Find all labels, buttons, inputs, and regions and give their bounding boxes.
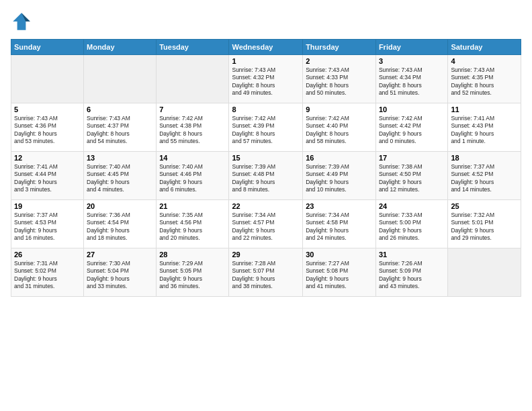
day-number: 3	[379, 57, 445, 65]
day-number: 23	[306, 202, 373, 210]
day-number: 8	[232, 105, 300, 113]
day-number: 14	[159, 154, 226, 162]
day-number: 29	[232, 250, 300, 259]
day-content: Sunrise: 7:40 AM Sunset: 4:46 PM Dayligh…	[159, 163, 226, 194]
day-number: 22	[232, 202, 300, 210]
calendar-cell: 12Sunrise: 7:41 AM Sunset: 4:44 PM Dayli…	[11, 152, 84, 200]
day-number: 30	[306, 250, 373, 259]
calendar-table: SundayMondayTuesdayWednesdayThursdayFrid…	[11, 39, 521, 297]
day-content: Sunrise: 7:43 AM Sunset: 4:34 PM Dayligh…	[379, 66, 445, 97]
page: SundayMondayTuesdayWednesdayThursdayFrid…	[0, 0, 532, 411]
calendar-cell: 15Sunrise: 7:39 AM Sunset: 4:48 PM Dayli…	[229, 152, 303, 200]
weekday-header: Sunday	[11, 40, 84, 55]
day-content: Sunrise: 7:42 AM Sunset: 4:40 PM Dayligh…	[306, 115, 373, 146]
logo	[11, 11, 35, 32]
weekday-header: Wednesday	[229, 40, 303, 55]
calendar-cell: 11Sunrise: 7:41 AM Sunset: 4:43 PM Dayli…	[448, 103, 521, 152]
day-content: Sunrise: 7:39 AM Sunset: 4:49 PM Dayligh…	[306, 163, 373, 194]
day-number: 16	[306, 154, 373, 162]
calendar-cell: 8Sunrise: 7:42 AM Sunset: 4:39 PM Daylig…	[229, 103, 303, 152]
day-content: Sunrise: 7:42 AM Sunset: 4:42 PM Dayligh…	[379, 115, 445, 146]
calendar-cell: 22Sunrise: 7:34 AM Sunset: 4:57 PM Dayli…	[229, 200, 303, 248]
day-content: Sunrise: 7:43 AM Sunset: 4:32 PM Dayligh…	[232, 66, 300, 97]
day-content: Sunrise: 7:33 AM Sunset: 5:00 PM Dayligh…	[379, 212, 445, 242]
day-number: 7	[159, 105, 226, 113]
calendar-cell: 26Sunrise: 7:31 AM Sunset: 5:02 PM Dayli…	[11, 248, 84, 297]
day-number: 12	[14, 154, 81, 162]
calendar-cell	[157, 55, 229, 103]
calendar-cell: 10Sunrise: 7:42 AM Sunset: 4:42 PM Dayli…	[375, 103, 447, 152]
calendar-cell	[448, 248, 521, 297]
calendar-cell: 31Sunrise: 7:26 AM Sunset: 5:09 PM Dayli…	[375, 248, 447, 297]
weekday-header: Thursday	[303, 40, 376, 55]
calendar-cell: 29Sunrise: 7:28 AM Sunset: 5:07 PM Dayli…	[229, 248, 303, 297]
day-content: Sunrise: 7:34 AM Sunset: 4:58 PM Dayligh…	[306, 212, 373, 242]
calendar-cell	[84, 55, 157, 103]
day-content: Sunrise: 7:41 AM Sunset: 4:44 PM Dayligh…	[14, 163, 81, 194]
day-number: 24	[379, 202, 445, 210]
weekday-header: Tuesday	[157, 40, 229, 55]
day-content: Sunrise: 7:36 AM Sunset: 4:54 PM Dayligh…	[87, 212, 153, 242]
calendar-cell	[11, 55, 84, 103]
day-content: Sunrise: 7:43 AM Sunset: 4:35 PM Dayligh…	[451, 66, 518, 97]
calendar-cell: 6Sunrise: 7:43 AM Sunset: 4:37 PM Daylig…	[84, 103, 157, 152]
calendar-week-row: 26Sunrise: 7:31 AM Sunset: 5:02 PM Dayli…	[11, 248, 521, 297]
day-number: 1	[232, 57, 300, 65]
day-content: Sunrise: 7:30 AM Sunset: 5:04 PM Dayligh…	[87, 260, 153, 291]
day-content: Sunrise: 7:39 AM Sunset: 4:48 PM Dayligh…	[232, 163, 300, 194]
day-content: Sunrise: 7:43 AM Sunset: 4:37 PM Dayligh…	[87, 115, 153, 146]
calendar-cell: 18Sunrise: 7:37 AM Sunset: 4:52 PM Dayli…	[448, 152, 521, 200]
weekday-header-row: SundayMondayTuesdayWednesdayThursdayFrid…	[11, 40, 521, 55]
day-content: Sunrise: 7:34 AM Sunset: 4:57 PM Dayligh…	[232, 212, 300, 242]
day-number: 15	[232, 154, 300, 162]
day-number: 13	[87, 154, 153, 162]
day-number: 28	[159, 250, 226, 259]
calendar-week-row: 12Sunrise: 7:41 AM Sunset: 4:44 PM Dayli…	[11, 152, 521, 200]
calendar-cell: 30Sunrise: 7:27 AM Sunset: 5:08 PM Dayli…	[303, 248, 376, 297]
header	[11, 11, 521, 32]
logo-icon	[11, 11, 32, 32]
calendar-cell: 16Sunrise: 7:39 AM Sunset: 4:49 PM Dayli…	[303, 152, 376, 200]
calendar-cell: 23Sunrise: 7:34 AM Sunset: 4:58 PM Dayli…	[303, 200, 376, 248]
day-content: Sunrise: 7:43 AM Sunset: 4:33 PM Dayligh…	[306, 66, 373, 97]
calendar-week-row: 1Sunrise: 7:43 AM Sunset: 4:32 PM Daylig…	[11, 55, 521, 103]
day-number: 27	[87, 250, 153, 259]
day-number: 4	[451, 57, 518, 65]
calendar-cell: 24Sunrise: 7:33 AM Sunset: 5:00 PM Dayli…	[375, 200, 447, 248]
day-content: Sunrise: 7:41 AM Sunset: 4:43 PM Dayligh…	[451, 115, 518, 146]
day-content: Sunrise: 7:37 AM Sunset: 4:53 PM Dayligh…	[14, 212, 81, 242]
day-content: Sunrise: 7:28 AM Sunset: 5:07 PM Dayligh…	[232, 260, 300, 291]
calendar-cell: 9Sunrise: 7:42 AM Sunset: 4:40 PM Daylig…	[303, 103, 376, 152]
day-content: Sunrise: 7:40 AM Sunset: 4:45 PM Dayligh…	[87, 163, 153, 194]
day-content: Sunrise: 7:31 AM Sunset: 5:02 PM Dayligh…	[14, 260, 81, 291]
calendar-cell: 27Sunrise: 7:30 AM Sunset: 5:04 PM Dayli…	[84, 248, 157, 297]
calendar-cell: 3Sunrise: 7:43 AM Sunset: 4:34 PM Daylig…	[375, 55, 447, 103]
day-content: Sunrise: 7:38 AM Sunset: 4:50 PM Dayligh…	[379, 163, 445, 194]
day-number: 21	[159, 202, 226, 210]
calendar-cell: 5Sunrise: 7:43 AM Sunset: 4:36 PM Daylig…	[11, 103, 84, 152]
day-content: Sunrise: 7:32 AM Sunset: 5:01 PM Dayligh…	[451, 212, 518, 242]
calendar-week-row: 5Sunrise: 7:43 AM Sunset: 4:36 PM Daylig…	[11, 103, 521, 152]
day-number: 9	[306, 105, 373, 113]
day-number: 31	[379, 250, 445, 259]
day-content: Sunrise: 7:42 AM Sunset: 4:39 PM Dayligh…	[232, 115, 300, 146]
day-content: Sunrise: 7:27 AM Sunset: 5:08 PM Dayligh…	[306, 260, 373, 291]
day-content: Sunrise: 7:37 AM Sunset: 4:52 PM Dayligh…	[451, 163, 518, 194]
calendar-cell: 28Sunrise: 7:29 AM Sunset: 5:05 PM Dayli…	[157, 248, 229, 297]
weekday-header: Friday	[375, 40, 447, 55]
calendar-cell: 17Sunrise: 7:38 AM Sunset: 4:50 PM Dayli…	[375, 152, 447, 200]
calendar-cell: 20Sunrise: 7:36 AM Sunset: 4:54 PM Dayli…	[84, 200, 157, 248]
calendar-cell: 25Sunrise: 7:32 AM Sunset: 5:01 PM Dayli…	[448, 200, 521, 248]
day-content: Sunrise: 7:29 AM Sunset: 5:05 PM Dayligh…	[159, 260, 226, 291]
day-number: 5	[14, 105, 81, 113]
calendar-week-row: 19Sunrise: 7:37 AM Sunset: 4:53 PM Dayli…	[11, 200, 521, 248]
day-content: Sunrise: 7:26 AM Sunset: 5:09 PM Dayligh…	[379, 260, 445, 291]
day-content: Sunrise: 7:35 AM Sunset: 4:56 PM Dayligh…	[159, 212, 226, 242]
day-number: 10	[379, 105, 445, 113]
weekday-header: Monday	[84, 40, 157, 55]
day-number: 20	[87, 202, 153, 210]
day-number: 6	[87, 105, 153, 113]
calendar-cell: 19Sunrise: 7:37 AM Sunset: 4:53 PM Dayli…	[11, 200, 84, 248]
day-number: 2	[306, 57, 373, 65]
calendar-cell: 13Sunrise: 7:40 AM Sunset: 4:45 PM Dayli…	[84, 152, 157, 200]
